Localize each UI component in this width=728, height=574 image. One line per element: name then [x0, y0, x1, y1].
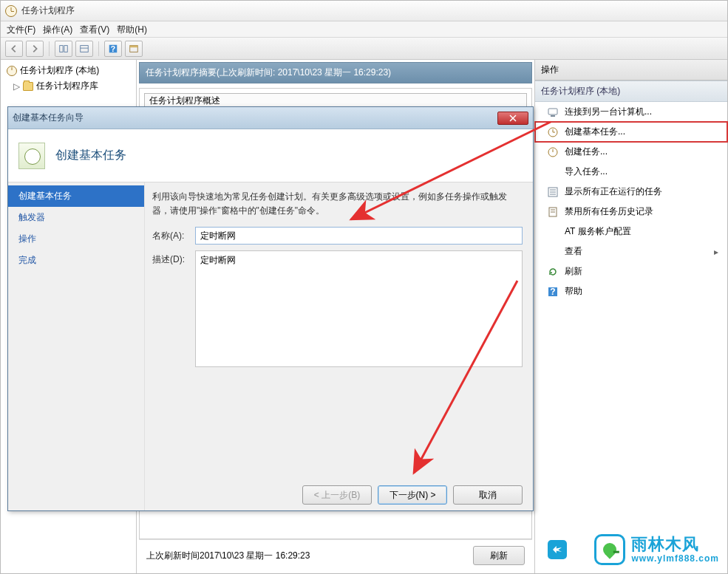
- description-input[interactable]: [195, 250, 523, 367]
- action-label: 导入任务...: [565, 165, 608, 178]
- watermark-logo: [594, 534, 625, 565]
- history-icon: [547, 206, 559, 218]
- toolbar-panes-button[interactable]: [55, 41, 72, 57]
- action-label: 显示所有正在运行的任务: [565, 185, 662, 198]
- nav-step-basic-task[interactable]: 创建基本任务: [8, 185, 144, 207]
- svg-rect-8: [548, 109, 557, 115]
- task-icon: [547, 146, 559, 158]
- action-import-task[interactable]: 导入任务...: [535, 162, 727, 182]
- svg-rect-7: [130, 45, 138, 47]
- next-button[interactable]: 下一步(N) >: [378, 485, 447, 505]
- wizard-titlebar[interactable]: 创建基本任务向导: [8, 107, 533, 129]
- cancel-button[interactable]: 取消: [453, 485, 523, 505]
- action-create-basic-task[interactable]: 创建基本任务...: [535, 122, 727, 142]
- create-basic-task-wizard: 创建基本任务向导 创建基本任务 创建基本任务 触发器 操作 完成 利用该向导快速…: [7, 106, 534, 511]
- toolbar: ?: [1, 38, 727, 60]
- watermark-bird-icon: [548, 540, 567, 559]
- toolbar-view-button[interactable]: [125, 41, 143, 57]
- help-icon: ?: [547, 286, 559, 298]
- action-label: 创建任务...: [565, 146, 608, 158]
- wizard-body: 创建基本任务 触发器 操作 完成 利用该向导快速地为常见任务创建计划。有关更多高…: [8, 182, 533, 510]
- wizard-nav: 创建基本任务 触发器 操作 完成: [8, 182, 145, 510]
- wizard-icon: [18, 143, 45, 169]
- toolbar-separator: [98, 41, 99, 56]
- menubar: 文件(F) 操作(A) 查看(V) 帮助(H): [1, 21, 727, 38]
- svg-rect-0: [60, 45, 63, 52]
- import-icon: [547, 166, 559, 178]
- refresh-button[interactable]: 刷新: [473, 546, 525, 565]
- description-row: 描述(D):: [152, 250, 523, 367]
- watermark-text: 雨林木风 www.ylmf888.com: [631, 536, 719, 563]
- watermark-brand: 雨林木风: [631, 536, 719, 553]
- close-button[interactable]: [497, 112, 528, 125]
- nav-step-trigger[interactable]: 触发器: [8, 207, 144, 228]
- tree-library[interactable]: ▷ 任务计划程序库: [2, 78, 135, 94]
- action-label: AT 服务帐户配置: [565, 225, 631, 238]
- actions-section-title: 任务计划程序 (本地): [535, 81, 727, 102]
- nav-step-finish[interactable]: 完成: [8, 250, 144, 271]
- action-refresh[interactable]: 刷新: [535, 262, 727, 281]
- computer-icon: [547, 106, 559, 118]
- tree-root[interactable]: 任务计划程序 (本地): [2, 63, 135, 78]
- watermark-url: www.ylmf888.com: [631, 554, 719, 564]
- action-label: 查看: [565, 245, 582, 258]
- svg-text:?: ?: [111, 44, 115, 52]
- toolbar-separator: [49, 41, 50, 56]
- menu-help[interactable]: 帮助(H): [117, 24, 147, 35]
- titlebar: 任务计划程序: [1, 1, 727, 21]
- action-connect-computer[interactable]: 连接到另一台计算机...: [535, 102, 727, 122]
- close-icon: [509, 115, 517, 122]
- svg-rect-2: [81, 45, 89, 52]
- menu-action[interactable]: 操作(A): [43, 24, 72, 35]
- wizard-title: 创建基本任务向导: [13, 112, 84, 124]
- blank-icon: [547, 246, 559, 258]
- svg-rect-1: [64, 45, 67, 52]
- refresh-icon: [547, 266, 559, 278]
- svg-text:?: ?: [550, 287, 555, 297]
- name-input[interactable]: [195, 227, 523, 245]
- action-label: 禁用所有任务历史记录: [565, 205, 653, 218]
- name-label: 名称(A):: [152, 227, 195, 242]
- nav-step-action[interactable]: 操作: [8, 228, 144, 250]
- action-help[interactable]: ? 帮助: [535, 281, 727, 301]
- actions-header: 操作: [535, 60, 727, 81]
- toolbar-help-button[interactable]: ?: [104, 41, 122, 57]
- wizard-header-title: 创建基本任务: [55, 148, 126, 163]
- wizard-buttons: < 上一步(B) 下一步(N) > 取消: [152, 478, 523, 505]
- app-icon: [5, 5, 17, 17]
- name-row: 名称(A):: [152, 227, 523, 245]
- action-at-service[interactable]: AT 服务帐户配置: [535, 222, 727, 242]
- menu-file[interactable]: 文件(F): [7, 24, 35, 35]
- action-create-task[interactable]: 创建任务...: [535, 142, 727, 162]
- action-show-running[interactable]: 显示所有正在运行的任务: [535, 182, 727, 202]
- wizard-hint: 利用该向导快速地为常见任务创建计划。有关更多高级选项或设置，例如多任务操作或触发…: [152, 190, 523, 218]
- window-title: 任务计划程序: [21, 4, 75, 17]
- chevron-right-icon: ▸: [714, 247, 718, 257]
- action-disable-history[interactable]: 禁用所有任务历史记录: [535, 202, 727, 222]
- list-icon: [547, 186, 559, 198]
- menu-view[interactable]: 查看(V): [80, 24, 109, 35]
- wizard-content: 利用该向导快速地为常见任务创建计划。有关更多高级选项或设置，例如多任务操作或触发…: [145, 182, 533, 510]
- task-icon: [547, 126, 559, 138]
- last-refresh-label: 上次刷新时间2017\10\23 星期一 16:29:23: [146, 550, 310, 562]
- tree-expand-icon[interactable]: ▷: [13, 81, 20, 92]
- action-label: 连接到另一台计算机...: [565, 106, 652, 118]
- folder-icon: [23, 82, 33, 91]
- action-label: 帮助: [565, 285, 582, 298]
- action-label: 刷新: [565, 265, 582, 278]
- svg-rect-9: [551, 115, 555, 117]
- watermark: 雨林木风 www.ylmf888.com: [594, 534, 719, 565]
- blank-icon: [547, 226, 559, 238]
- action-view[interactable]: 查看 ▸: [535, 242, 727, 262]
- wizard-header: 创建基本任务: [8, 129, 533, 182]
- inner-header-label: 任务计划程序概述: [149, 95, 220, 107]
- bottom-status-bar: 上次刷新时间2017\10\23 星期一 16:29:23 刷新: [139, 539, 532, 571]
- tree-root-label: 任务计划程序 (本地): [20, 64, 99, 77]
- nav-back-button[interactable]: [5, 41, 23, 57]
- action-label: 创建基本任务...: [565, 126, 625, 138]
- description-label: 描述(D):: [152, 250, 195, 266]
- nav-forward-button[interactable]: [26, 41, 44, 57]
- toolbar-layout-button[interactable]: [75, 41, 93, 57]
- prev-button[interactable]: < 上一步(B): [302, 485, 372, 505]
- summary-bar: 任务计划程序摘要(上次刷新时间: 2017\10\23 星期一 16:29:23…: [139, 62, 532, 83]
